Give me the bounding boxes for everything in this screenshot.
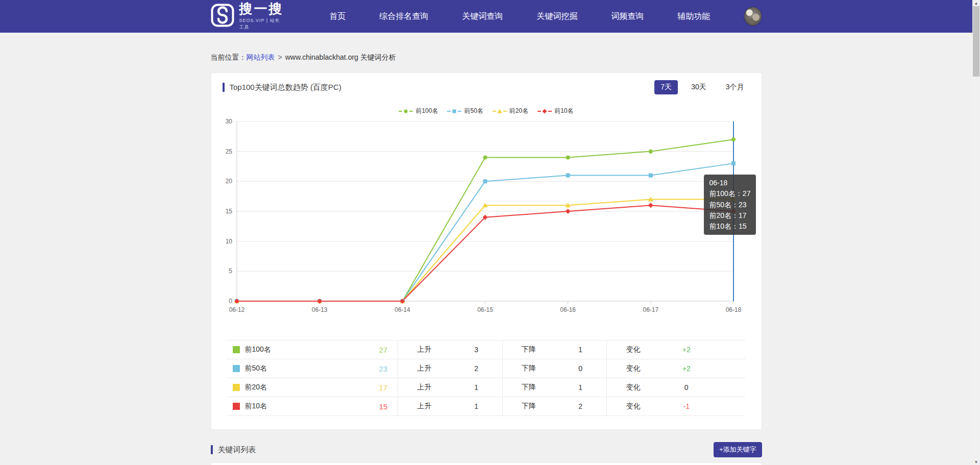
legend-label: 前50名: [464, 107, 483, 115]
up-count: 3: [450, 346, 502, 354]
legend-diamond-icon: [537, 108, 552, 114]
up-count: 2: [450, 364, 502, 373]
title-accent-bar: [223, 83, 225, 92]
nav-item-1[interactable]: 综合排名查询: [379, 1, 428, 32]
change-label: 变化: [607, 402, 660, 411]
up-count: 1: [450, 402, 502, 410]
nav-item-5[interactable]: 辅助功能: [677, 1, 710, 32]
legend-triangle-icon: [493, 108, 507, 114]
trend-panel: Top100关键词总数趋势 (百度PC) 7天30天3个月 前100名前50名前…: [211, 72, 762, 430]
rank-summary-table: 前100名27上升3下降1变化+2前50名23上升2下降0变化+2前20名17上…: [227, 340, 745, 416]
nav-item-2[interactable]: 关键词查询: [462, 1, 503, 32]
series-color-swatch: [233, 346, 240, 353]
up-group: 上升1: [398, 397, 502, 415]
series-total: 23: [379, 364, 398, 373]
summary-row-2: 前20名17上升1下降1变化0: [227, 378, 745, 397]
svg-text:25: 25: [225, 148, 232, 155]
up-label: 上升: [398, 383, 450, 392]
trend-panel-title: Top100关键词总数趋势 (百度PC): [230, 83, 341, 92]
change-label: 变化: [607, 383, 660, 392]
legend-item-2[interactable]: 前20名: [493, 107, 528, 115]
svg-text:06-18: 06-18: [725, 306, 741, 313]
legend-label: 前10名: [554, 107, 573, 115]
keyword-list-header: 关键词列表 +添加关键字: [211, 442, 762, 457]
title-accent-bar: [211, 445, 213, 454]
up-label: 上升: [398, 345, 450, 354]
up-group: 上升3: [398, 340, 502, 359]
change-value: -1: [660, 402, 713, 410]
scrollbar-thumb[interactable]: [973, 6, 979, 77]
down-group: 下降1: [502, 340, 606, 359]
keyword-list-panel-top: [211, 462, 762, 465]
down-count: 1: [554, 383, 606, 391]
breadcrumb: 当前位置：网站列表>www.chinablackhat.org 关键词分析: [211, 53, 762, 62]
change-group: 变化0: [606, 378, 745, 397]
line-chart-canvas[interactable]: 05101520253006-1206-1306-1406-1506-1606-…: [211, 116, 762, 316]
summary-name-cell: 前20名17: [227, 378, 398, 397]
up-label: 上升: [398, 364, 450, 373]
down-group: 下降0: [502, 359, 606, 378]
change-value: 0: [660, 383, 713, 391]
range-button-2[interactable]: 3个月: [720, 80, 750, 94]
logo-subtitle: SEOS.VIP | 站长工具: [239, 17, 285, 31]
range-button-1[interactable]: 30天: [685, 80, 713, 94]
main-nav: 首页综合排名查询关键词查询关键词挖掘词频查询辅助功能: [329, 1, 744, 32]
legend-item-0[interactable]: 前100名: [399, 107, 438, 115]
legend-item-1[interactable]: 前50名: [447, 107, 483, 115]
user-avatar[interactable]: [744, 7, 762, 26]
down-group: 下降1: [502, 378, 606, 397]
nav-item-4[interactable]: 词频查询: [611, 1, 644, 32]
summary-row-1: 前50名23上升2下降0变化+2: [227, 359, 745, 378]
series-name: 前10名: [245, 402, 267, 411]
up-group: 上升1: [398, 378, 502, 397]
svg-text:15: 15: [225, 208, 232, 215]
summary-name-cell: 前100名27: [227, 340, 398, 359]
down-label: 下降: [503, 402, 554, 411]
svg-text:06-15: 06-15: [477, 306, 493, 313]
breadcrumb-link-site-list[interactable]: 网站列表: [247, 53, 275, 61]
logo-title: 搜一搜: [239, 2, 285, 16]
svg-text:30: 30: [225, 118, 232, 125]
page-scrollbar[interactable]: ▲ ▼: [972, 0, 980, 465]
series-color-swatch: [233, 403, 240, 410]
series-color-swatch: [233, 365, 240, 372]
down-label: 下降: [503, 383, 554, 392]
down-label: 下降: [503, 364, 554, 373]
scrollbar-up-arrow[interactable]: ▲: [972, 0, 980, 6]
svg-text:10: 10: [225, 238, 232, 245]
site-logo[interactable]: 搜一搜 SEOS.VIP | 站长工具: [211, 2, 285, 31]
series-color-swatch: [233, 384, 240, 391]
nav-item-0[interactable]: 首页: [329, 1, 346, 32]
svg-text:06-17: 06-17: [643, 306, 658, 313]
range-button-group: 7天30天3个月: [654, 80, 750, 94]
breadcrumb-separator: >: [278, 53, 282, 61]
up-group: 上升2: [398, 359, 502, 378]
series-total: 17: [379, 383, 398, 392]
svg-text:5: 5: [229, 267, 232, 275]
svg-text:06-12: 06-12: [229, 306, 244, 313]
change-group: 变化+2: [606, 359, 745, 378]
up-label: 上升: [398, 402, 450, 411]
change-label: 变化: [607, 364, 660, 373]
svg-text:06-16: 06-16: [560, 306, 576, 313]
change-value: +2: [660, 346, 713, 354]
down-label: 下降: [503, 345, 554, 354]
svg-text:0: 0: [229, 298, 232, 305]
series-name: 前50名: [245, 364, 267, 373]
breadcrumb-current: www.chinablackhat.org 关键词分析: [285, 53, 396, 61]
breadcrumb-prefix: 当前位置：: [211, 53, 247, 61]
add-keyword-button[interactable]: +添加关键字: [714, 442, 762, 457]
change-value: +2: [660, 364, 713, 373]
legend-label: 前100名: [415, 107, 438, 115]
logo-s-icon: [211, 4, 234, 29]
legend-circle-icon: [399, 108, 413, 114]
down-count: 0: [554, 364, 606, 373]
trend-chart[interactable]: 前100名前50名前20名前10名 05101520253006-1206-13…: [211, 107, 762, 319]
nav-item-3[interactable]: 关键词挖掘: [536, 1, 577, 32]
summary-name-cell: 前10名15: [227, 397, 398, 415]
scrollbar-down-arrow[interactable]: ▼: [972, 459, 980, 465]
series-total: 27: [379, 346, 398, 354]
legend-item-3[interactable]: 前10名: [537, 107, 573, 115]
legend-label: 前20名: [509, 107, 528, 115]
range-button-0[interactable]: 7天: [654, 80, 678, 94]
